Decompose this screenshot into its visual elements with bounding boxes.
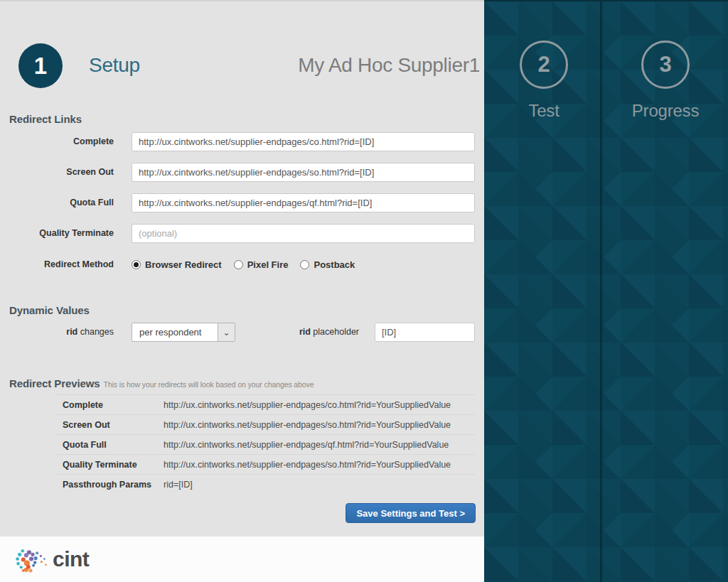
section-redirect-links: Redirect Links bbox=[9, 113, 82, 125]
preview-passthrough-params-value: rid=[ID] bbox=[164, 480, 193, 490]
step-3-circle: 3 bbox=[641, 41, 690, 89]
quota-full-input[interactable] bbox=[132, 193, 475, 212]
radio-pixel-fire-label: Pixel Fire bbox=[247, 259, 289, 270]
radio-pixel-fire[interactable]: Pixel Fire bbox=[234, 259, 289, 270]
screen-out-input[interactable] bbox=[132, 163, 475, 182]
step-2-label: Test bbox=[487, 101, 601, 121]
preview-quality-terminate-value: http://ux.cintworks.net/supplier-endpage… bbox=[164, 460, 451, 470]
step-3-number: 3 bbox=[659, 52, 671, 77]
step-1-label: Setup bbox=[89, 54, 140, 77]
quality-terminate-row: Quality Terminate bbox=[0, 224, 475, 243]
complete-row: Complete bbox=[0, 132, 475, 151]
redirect-previews-title: Redirect Previews bbox=[9, 377, 100, 389]
radio-postback-label: Postback bbox=[314, 259, 355, 270]
redirect-previews-table: Complete http://ux.cintworks.net/supplie… bbox=[57, 394, 475, 494]
complete-label: Complete bbox=[0, 132, 114, 151]
preview-complete-value: http://ux.cintworks.net/supplier-endpage… bbox=[164, 400, 451, 410]
preview-screen-out-label: Screen Out bbox=[57, 420, 164, 430]
redirect-method-options: Browser Redirect Pixel Fire Postback bbox=[132, 255, 355, 274]
radio-browser-redirect-label: Browser Redirect bbox=[145, 259, 222, 270]
cint-logo-icon bbox=[11, 543, 50, 576]
rid-placeholder-label: rid placeholder bbox=[245, 323, 359, 342]
preview-passthrough-params-label: Passthrough Params bbox=[57, 480, 164, 490]
quality-terminate-label: Quality Terminate bbox=[0, 224, 114, 243]
redirect-method-row: Redirect Method Browser Redirect Pixel F… bbox=[0, 255, 475, 274]
table-row: Complete http://ux.cintworks.net/supplie… bbox=[57, 394, 475, 414]
preview-quality-terminate-label: Quality Terminate bbox=[57, 460, 164, 470]
tab-step-progress: 3 Progress bbox=[603, 1, 728, 121]
redirect-method-label: Redirect Method bbox=[0, 255, 114, 274]
quota-full-row: Quota Full bbox=[0, 193, 475, 212]
rid-changes-label: rid changes bbox=[0, 323, 114, 342]
screen-out-row: Screen Out bbox=[0, 163, 475, 182]
radio-browser-redirect[interactable]: Browser Redirect bbox=[132, 259, 222, 270]
footer: cint bbox=[0, 537, 484, 582]
step-1-circle: 1 bbox=[18, 43, 63, 88]
chevron-down-icon: ⌄ bbox=[218, 323, 235, 341]
section-dynamic-values: Dynamic Values bbox=[9, 304, 90, 316]
step-2-number: 2 bbox=[537, 52, 550, 77]
screen-out-label: Screen Out bbox=[0, 163, 114, 182]
dynamic-values-row: rid changes per respondent ⌄ rid placeho… bbox=[0, 323, 475, 342]
rid-changes-value: per respondent bbox=[132, 323, 218, 341]
page-title: My Ad Hoc Supplier1 bbox=[298, 54, 480, 77]
step-1-number: 1 bbox=[34, 53, 47, 80]
quality-terminate-input[interactable] bbox=[132, 224, 475, 243]
save-settings-button[interactable]: Save Settings and Test > bbox=[346, 503, 476, 523]
radio-selected-icon bbox=[132, 260, 141, 269]
wizard-steps-panel: 2 Test 3 Progress bbox=[484, 0, 728, 582]
setup-panel: 1 Setup My Ad Hoc Supplier1 Redirect Lin… bbox=[0, 0, 484, 582]
step-3-label: Progress bbox=[603, 101, 728, 121]
preview-complete-label: Complete bbox=[57, 400, 164, 410]
table-row: Passthrough Params rid=[ID] bbox=[57, 474, 475, 494]
table-row: Screen Out http://ux.cintworks.net/suppl… bbox=[57, 414, 475, 434]
preview-screen-out-value: http://ux.cintworks.net/supplier-endpage… bbox=[164, 420, 451, 430]
redirect-previews-subtitle: This is how your redirects will look bas… bbox=[104, 380, 314, 389]
quota-full-label: Quota Full bbox=[0, 193, 114, 212]
complete-input[interactable] bbox=[132, 132, 475, 151]
rid-placeholder-input[interactable] bbox=[375, 323, 475, 342]
section-redirect-previews: Redirect PreviewsThis is how your redire… bbox=[9, 377, 314, 389]
preview-quota-full-value: http://ux.cintworks.net/supplier-endpage… bbox=[164, 440, 449, 450]
cint-logo-text: cint bbox=[53, 547, 89, 571]
table-row: Quality Terminate http://ux.cintworks.ne… bbox=[57, 454, 475, 474]
radio-postback[interactable]: Postback bbox=[300, 259, 355, 270]
preview-quota-full-label: Quota Full bbox=[57, 440, 164, 450]
table-row: Quota Full http://ux.cintworks.net/suppl… bbox=[57, 434, 475, 454]
rid-changes-select[interactable]: per respondent ⌄ bbox=[132, 323, 235, 342]
tab-step-test: 2 Test bbox=[487, 1, 601, 121]
radio-unselected-icon bbox=[300, 260, 309, 269]
step-2-circle: 2 bbox=[520, 41, 568, 89]
radio-unselected-icon bbox=[234, 260, 243, 269]
